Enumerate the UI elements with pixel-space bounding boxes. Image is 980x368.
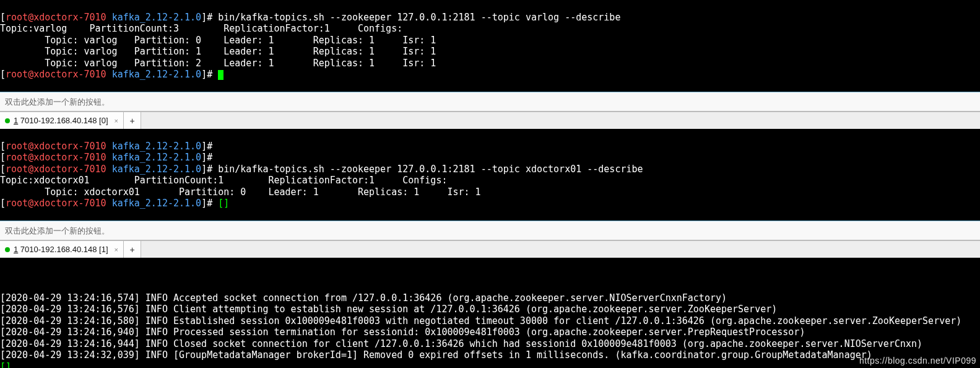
blank-line <box>0 281 6 292</box>
prompt-user: root@xdoctorx-7010 <box>6 198 106 209</box>
prompt-user: root@xdoctorx-7010 <box>6 12 106 23</box>
close-icon[interactable]: × <box>115 117 118 125</box>
terminal-pane-2[interactable]: [root@xdoctorx-7010 kafka_2.12-2.1.0]# [… <box>0 129 980 221</box>
prompt-close: ]# <box>201 198 218 209</box>
tab-bar-2: 1 7010-192.168.40.148 [1] × + <box>0 240 980 258</box>
prompt-close: ]# <box>201 69 218 80</box>
tab-bar-1: 1 7010-192.168.40.148 [0] × + <box>0 112 980 129</box>
prompt-user: root@xdoctorx-7010 <box>6 69 106 80</box>
out-2-1: Topic: xdoctorx01 Partition: 0 Leader: 1… <box>0 186 481 198</box>
prompt-open: [ <box>0 69 6 80</box>
close-icon[interactable]: × <box>115 246 118 253</box>
out-1-3: Topic: varlog Partition: 2 Leader: 1 Rep… <box>0 58 436 69</box>
prompt-open: [ <box>0 12 6 23</box>
prompt-open: [ <box>0 164 6 175</box>
prompt-close: ]# <box>201 152 212 163</box>
hint-bar-2[interactable]: 双击此处添加一个新的按钮。 <box>0 221 980 240</box>
prompt-path: kafka_2.12-2.1.0 <box>112 69 202 80</box>
prompt-path: kafka_2.12-2.1.0 <box>112 198 202 209</box>
terminal-pane-1[interactable]: [root@xdoctorx-7010 kafka_2.12-2.1.0]# b… <box>0 0 980 92</box>
tab-label: 1 7010-192.168.40.148 [1] <box>14 245 108 254</box>
prompt-user: root@xdoctorx-7010 <box>6 141 106 152</box>
blank-line <box>0 209 6 221</box>
prompt-open: [ <box>0 152 6 163</box>
cursor-icon: [] <box>218 198 229 209</box>
prompt-path: kafka_2.12-2.1.0 <box>112 12 202 23</box>
prompt-open: [ <box>0 198 6 209</box>
session-tab-0[interactable]: 1 7010-192.168.40.148 [0] × <box>0 112 124 129</box>
log-line-3: [2020-04-29 13:24:16,940] INFO Processed… <box>0 326 805 338</box>
prompt-close: ]# <box>201 12 218 23</box>
blank-line <box>0 81 6 92</box>
watermark-text: https://blog.csdn.net/VIP099 <box>859 356 976 366</box>
cmd-2: bin/kafka-topics.sh --zookeeper 127.0.0.… <box>218 164 643 175</box>
terminal-pane-3[interactable]: [2020-04-29 13:24:16,574] INFO Accepted … <box>0 258 980 368</box>
out-1-0: Topic:varlog PartitionCount:3 Replicatio… <box>0 23 402 34</box>
log-line-0: [2020-04-29 13:24:16,574] INFO Accepted … <box>0 292 727 304</box>
add-tab-button[interactable]: + <box>124 241 141 258</box>
log-line-2: [2020-04-29 13:24:16,580] INFO Establish… <box>0 315 961 326</box>
prompt-close: ]# <box>201 164 218 175</box>
blank-line <box>0 269 6 281</box>
log-line-4: [2020-04-29 13:24:16,944] INFO Closed so… <box>0 338 922 349</box>
cmd-1: bin/kafka-topics.sh --zookeeper 127.0.0.… <box>218 12 620 23</box>
log-line-1: [2020-04-29 13:24:16,576] INFO Client at… <box>0 304 777 315</box>
cursor-icon: [] <box>0 361 11 369</box>
prompt-path: kafka_2.12-2.1.0 <box>112 152 202 163</box>
prompt-path: kafka_2.12-2.1.0 <box>112 164 202 175</box>
prompt-open: [ <box>0 141 6 152</box>
out-1-1: Topic: varlog Partition: 0 Leader: 1 Rep… <box>0 35 436 46</box>
hint-bar-1[interactable]: 双击此处添加一个新的按钮。 <box>0 92 980 112</box>
tab-label: 1 7010-192.168.40.148 [0] <box>14 116 108 125</box>
status-dot-icon <box>5 118 10 123</box>
cursor-icon <box>218 70 223 80</box>
prompt-close: ]# <box>201 141 212 152</box>
prompt-user: root@xdoctorx-7010 <box>6 164 106 175</box>
log-line-5: [2020-04-29 13:24:32,039] INFO [GroupMet… <box>0 349 872 361</box>
prompt-user: root@xdoctorx-7010 <box>6 152 106 163</box>
status-dot-icon <box>5 247 10 252</box>
session-tab-1[interactable]: 1 7010-192.168.40.148 [1] × <box>0 241 124 258</box>
out-2-0: Topic:xdoctorx01 PartitionCount:1 Replic… <box>0 175 447 186</box>
prompt-path: kafka_2.12-2.1.0 <box>112 141 202 152</box>
out-1-2: Topic: varlog Partition: 1 Leader: 1 Rep… <box>0 46 436 57</box>
add-tab-button[interactable]: + <box>124 112 141 129</box>
